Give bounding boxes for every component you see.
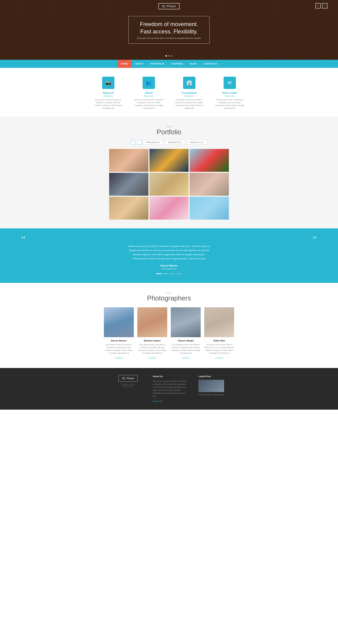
- footer-post-image: [198, 380, 224, 392]
- photographer-sharon-contacts[interactable]: Contacts: [182, 357, 190, 359]
- footer-latest-title: Latest Post: [198, 375, 224, 378]
- t-dot-4[interactable]: [177, 274, 182, 274]
- portfolio-filters: ALL PROJECTS 1 PROJECTS 2 PROJECTS 3: [14, 140, 324, 145]
- nav-portfolio[interactable]: PORTFOLIO: [147, 60, 168, 68]
- footer-logo-text: Photo!: [127, 377, 134, 380]
- filter-all[interactable]: ALL: [131, 140, 142, 145]
- feature-clients: 👥 Clients Read more atem vel eum iriure …: [134, 77, 164, 110]
- testimonial-text: Saetem vel eum iriure dolor in hendrerit…: [125, 242, 213, 261]
- photographers-section: OUR Photographers Darren Moison Duis aut…: [0, 283, 338, 368]
- t-dot-1[interactable]: [156, 274, 161, 274]
- features-section: 📷 About Us Read more Duis autem vel eum …: [0, 68, 338, 117]
- feature-about: 📷 About Us Read more Duis autem vel eum …: [93, 77, 123, 110]
- filter-projects1[interactable]: PROJECTS 1: [143, 140, 163, 145]
- feature-about-readmore[interactable]: Read more: [93, 95, 123, 97]
- feature-clients-desc: atem vel eum iriure dolor in hendrerit i…: [134, 98, 164, 110]
- feature-clients-readmore[interactable]: Read more: [134, 95, 164, 97]
- testimonial-dots: [21, 274, 317, 274]
- hero-dots: [165, 55, 173, 56]
- logo-text: Photo!: [167, 5, 176, 8]
- footer: 📷 Photo! Copyright © 2018 Privacy policy…: [0, 368, 338, 410]
- photographer-dallas-contacts[interactable]: Contacts: [215, 357, 223, 359]
- feature-letter-title: Write a letter: [215, 92, 245, 94]
- photographer-barbara: Barbara Adams Duis autem vel eum iriure …: [137, 307, 167, 359]
- hero-dot-1[interactable]: [165, 55, 167, 56]
- photographer-sharon-name: Sharon Wright: [171, 339, 201, 342]
- photographer-dallas: Dallas Bim Duis autem vel eum iriure dol…: [204, 307, 234, 359]
- testimonial-handle: @demoblock.org: [21, 268, 317, 270]
- footer-post-text: Eum iriure dolor in vulputate velit: [198, 394, 224, 396]
- feature-about-icon: 📷: [102, 77, 114, 89]
- quote-open: ": [21, 237, 26, 242]
- photographer-barbara-name: Barbara Adams: [137, 339, 167, 342]
- portfolio-item-7[interactable]: [109, 197, 148, 220]
- portfolio-item-9[interactable]: [190, 197, 229, 220]
- twitter-link[interactable]: t: [322, 3, 327, 8]
- filter-projects2[interactable]: PROJECTS 2: [165, 140, 185, 145]
- footer-about-readmore[interactable]: Read more: [153, 400, 162, 402]
- feature-consultation-icon: 👔: [183, 77, 195, 89]
- photographer-darren-name: Darren Moison: [104, 339, 134, 342]
- hero-subtext: Duis autem vel eum iriure dolor in hendr…: [137, 37, 201, 39]
- portfolio-label: OUR: [14, 126, 324, 128]
- hero-logo[interactable]: 📷 Photo!: [158, 3, 180, 9]
- photographer-barbara-contacts[interactable]: Contacts: [148, 357, 156, 359]
- quote-close: ": [313, 237, 317, 242]
- feature-letter-readmore[interactable]: Read more: [215, 95, 245, 97]
- feature-clients-icon: 👥: [143, 77, 155, 89]
- photographer-darren: Darren Moison Duis autem vel eum iriure …: [104, 307, 134, 359]
- feature-clients-title: Clients: [134, 92, 164, 94]
- nav-courses[interactable]: COURSES: [168, 60, 187, 68]
- feature-about-desc: Duis autem vel eum iriure dolor in hendr…: [93, 98, 123, 110]
- photographer-sharon-photo: [171, 307, 201, 337]
- photographer-dallas-desc: Duis autem vel eum iriure dolor in hendr…: [204, 343, 234, 354]
- footer-about-title: About Us: [153, 375, 188, 378]
- footer-copyright: Copyright © 2018 Privacy policy: [114, 384, 142, 387]
- portfolio-item-5[interactable]: [149, 173, 189, 196]
- t-dot-2[interactable]: [163, 274, 168, 274]
- portfolio-title: Portfolio: [14, 128, 324, 136]
- portfolio-item-8[interactable]: [149, 197, 189, 220]
- footer-about-text: Duis autem vel eum iriure dolor in hendr…: [153, 380, 188, 398]
- nav-blog[interactable]: BLOG: [187, 60, 201, 68]
- footer-privacy-link[interactable]: Privacy policy: [123, 386, 133, 387]
- facebook-link[interactable]: f: [315, 3, 321, 8]
- photographer-dallas-photo: [204, 307, 234, 337]
- t-dot-3[interactable]: [170, 274, 175, 274]
- portfolio-item-3[interactable]: [190, 149, 229, 172]
- photographer-barbara-photo: [137, 307, 167, 337]
- portfolio-item-2[interactable]: [149, 149, 189, 172]
- hero-content: Freedom of movement. Fast access. Flexib…: [128, 16, 210, 44]
- hero-dot-2[interactable]: [168, 55, 170, 56]
- photographer-dallas-name: Dallas Bim: [204, 339, 234, 342]
- photographers-grid: Darren Moison Duis autem vel eum iriure …: [14, 307, 324, 359]
- feature-consultation-title: Consultation: [174, 92, 204, 94]
- portfolio-section: OUR Portfolio ALL PROJECTS 1 PROJECTS 2 …: [0, 117, 338, 228]
- nav-home[interactable]: HOME: [117, 60, 131, 68]
- camera-icon: 📷: [162, 4, 166, 8]
- footer-inner: 📷 Photo! Copyright © 2018 Privacy policy…: [99, 375, 239, 402]
- footer-camera-icon: 📷: [122, 377, 125, 380]
- footer-logo[interactable]: 📷 Photo!: [118, 375, 138, 382]
- testimonial-section: " " Saetem vel eum iriure dolor in hendr…: [0, 228, 338, 283]
- photographer-darren-desc: Duis autem vel eum iriure dolor in hendr…: [104, 343, 134, 354]
- filter-projects3[interactable]: PROJECTS 3: [187, 140, 207, 145]
- feature-letter-desc: Cali eum iriure dolor in hendrerit in vu…: [215, 98, 245, 110]
- hero-dot-3[interactable]: [171, 55, 173, 56]
- photographer-darren-photo: [104, 307, 134, 337]
- portfolio-grid: [109, 149, 229, 220]
- feature-consultation-readmore[interactable]: Read more: [174, 95, 204, 97]
- hero-headline: Freedom of movement. Fast access. Flexib…: [137, 20, 201, 35]
- hero-section: 📷 Photo! f t Freedom of movement. Fast a…: [0, 0, 338, 60]
- nav-about[interactable]: ABOUT: [131, 60, 147, 68]
- testimonial-author: Darren Maison: [21, 264, 317, 267]
- footer-about: About Us Duis autem vel eum iriure dolor…: [153, 375, 188, 402]
- portfolio-item-6[interactable]: [190, 173, 229, 196]
- photographer-darren-contacts[interactable]: Contacts: [115, 357, 122, 359]
- photographer-sharon: Sharon Wright Cini vel autem vel eum iri…: [171, 307, 201, 359]
- portfolio-item-4[interactable]: [109, 173, 148, 196]
- photographer-barbara-desc: Duis autem vel eum iriure dolor in hendr…: [137, 343, 167, 354]
- portfolio-item-1[interactable]: [109, 149, 148, 172]
- footer-latest-post: Latest Post Eum iriure dolor in vulputat…: [198, 375, 224, 396]
- nav-contacts[interactable]: CONTACTS: [201, 60, 221, 68]
